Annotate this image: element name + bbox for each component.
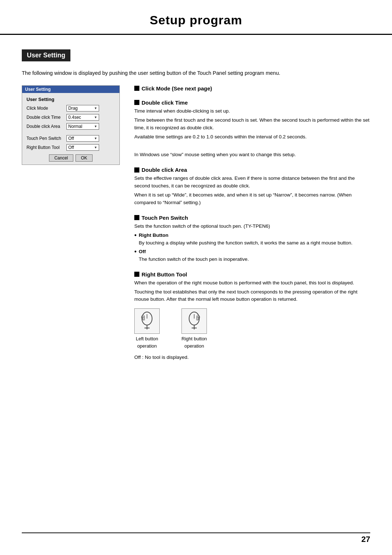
footer-divider — [22, 532, 370, 533]
off-note: Off : No tool is displayed. — [134, 354, 370, 361]
desc-right-button-tool-body: When the operation of the right mouse bu… — [134, 279, 370, 361]
page-title: Setup program — [22, 13, 370, 27]
dialog-box: User Setting User Setting Click Mode Dra… — [22, 85, 120, 165]
dropdown-arrow-icon: ▼ — [94, 106, 97, 110]
dialog-label-click-mode: Click Mode — [26, 106, 66, 111]
section-icon — [134, 86, 139, 91]
desc-touch-pen-title: Touch Pen Switch — [142, 215, 188, 221]
intro-text: The following window is displayed by pus… — [22, 69, 370, 77]
dialog-row-double-click-time: Double click Time 0.4sec ▼ — [26, 114, 115, 121]
dropdown-arrow-icon: ▼ — [94, 137, 97, 140]
desc-double-click-time-body: Time interval when double-clicking is se… — [134, 108, 370, 159]
right-button-icon — [184, 311, 204, 331]
dialog-select-double-click-time[interactable]: 0.4sec ▼ — [66, 114, 99, 121]
dialog-row-click-mode: Click Mode Drag ▼ — [26, 105, 115, 112]
desc-touch-pen-switch: Touch Pen Switch Sets the function switc… — [134, 215, 370, 263]
dialog-select-double-click-area[interactable]: Normal ▼ — [66, 123, 99, 130]
desc-double-click-time-title: Double click Time — [142, 100, 188, 106]
dialog-buttons: Cancel OK — [26, 154, 115, 162]
right-button-image — [181, 308, 207, 334]
dialog-section-label: User Setting — [26, 97, 115, 102]
desc-double-click-area-title: Double click Area — [142, 167, 187, 173]
dialog-label-double-click-area: Double click Area — [26, 124, 66, 129]
cancel-button[interactable]: Cancel — [49, 154, 73, 162]
section-heading: User Setting — [22, 49, 70, 61]
dialog-row-double-click-area: Double click Area Normal ▼ — [26, 123, 115, 130]
bullet-right-button: • Right ButtonBy touching a display whil… — [134, 232, 370, 247]
section-icon — [134, 167, 139, 173]
right-button-label: Right buttonoperation — [181, 335, 207, 350]
bullet-off: • OffThe function switch of the touch pe… — [134, 248, 370, 263]
desc-click-mode-title: Click Mode (See next page) — [142, 85, 212, 92]
left-button-image — [134, 308, 160, 334]
desc-click-mode: Click Mode (See next page) — [134, 85, 370, 92]
dialog-title-bar: User Setting — [22, 86, 119, 93]
dialog-body: User Setting Click Mode Drag ▼ Double cl… — [22, 93, 119, 165]
bullet-right-button-label: Right ButtonBy touching a display while … — [139, 232, 352, 246]
dropdown-arrow-icon: ▼ — [94, 116, 97, 119]
dropdown-arrow-icon: ▼ — [94, 146, 97, 149]
left-button-icon — [137, 311, 157, 331]
section-icon — [134, 215, 139, 220]
dialog-select-click-mode[interactable]: Drag ▼ — [66, 105, 99, 112]
page-header: Setup program — [0, 0, 392, 35]
dialog-panel: User Setting User Setting Click Mode Dra… — [22, 85, 127, 165]
ok-button[interactable]: OK — [75, 154, 93, 162]
section-icon — [134, 272, 139, 277]
desc-right-button-tool: Right Button Tool When the operation of … — [134, 271, 370, 361]
dropdown-arrow-icon: ▼ — [94, 125, 97, 128]
dialog-row-right-button: Right Button Tool Off ▼ — [26, 144, 115, 151]
desc-double-click-time: Double click Time Time interval when dou… — [134, 100, 370, 159]
page-number: 27 — [362, 535, 370, 544]
dialog-label-right-button: Right Button Tool — [26, 145, 66, 150]
desc-double-click-area-body: Sets the effective ranges of double clic… — [134, 175, 370, 207]
tool-left-button: Left buttonoperation — [134, 308, 160, 350]
dialog-select-right-button[interactable]: Off ▼ — [66, 144, 99, 151]
desc-double-click-area: Double click Area Sets the effective ran… — [134, 167, 370, 207]
tool-right-button: Right buttonoperation — [181, 308, 207, 350]
desc-panel: Click Mode (See next page) Double click … — [127, 85, 370, 369]
desc-right-button-tool-title: Right Button Tool — [142, 271, 187, 278]
left-button-label: Left buttonoperation — [136, 335, 158, 350]
tool-images: Left buttonoperation — [134, 308, 370, 350]
dialog-select-touch-pen[interactable]: Off ▼ — [66, 135, 99, 142]
dialog-label-double-click-time: Double click Time — [26, 115, 66, 120]
dialog-row-touch-pen: Touch Pen Switch Off ▼ — [26, 135, 115, 142]
desc-touch-pen-body: Sets the function switch of the optional… — [134, 223, 370, 263]
bullet-off-label: OffThe function switch of the touch pen … — [139, 249, 249, 262]
dialog-label-touch-pen: Touch Pen Switch — [26, 136, 66, 141]
content-layout: User Setting User Setting Click Mode Dra… — [22, 85, 370, 369]
section-icon — [134, 100, 139, 105]
